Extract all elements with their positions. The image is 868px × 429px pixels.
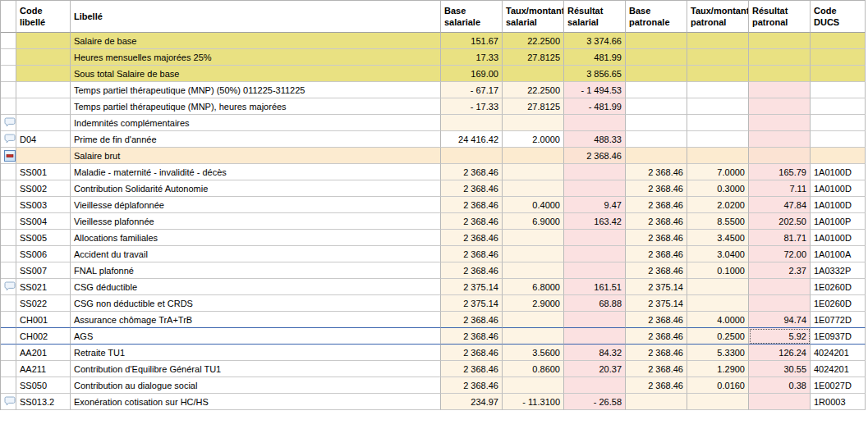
table-row[interactable]: Temps partiel thérapeutique (MNP), heure… — [1, 98, 866, 115]
cell-taux-salarial[interactable] — [503, 164, 564, 180]
cell-code-libelle[interactable] — [16, 148, 71, 164]
table-row[interactable]: SS022CSG non déductible et CRDS2 375.142… — [1, 295, 866, 312]
cell-resultat-salarial[interactable] — [564, 328, 626, 345]
cell-taux-patronal[interactable] — [687, 394, 749, 410]
cell-code-ducs[interactable] — [811, 148, 866, 164]
cell-taux-salarial[interactable]: 22.2500 — [503, 33, 564, 49]
cell-taux-salarial[interactable]: 6.9000 — [503, 213, 564, 230]
cell-base-salariale[interactable]: 2 368.46 — [441, 345, 503, 361]
cell-base-salariale[interactable]: 2 368.46 — [441, 262, 503, 279]
cell-base-patronale[interactable]: 2 368.46 — [626, 246, 687, 262]
table-row[interactable]: Heures mensuelles majorées 25%17.3327.81… — [1, 49, 866, 66]
row-indicator-cell[interactable] — [1, 131, 16, 148]
comment-bubble-icon[interactable] — [4, 396, 16, 407]
cell-resultat-patronal[interactable] — [749, 131, 811, 148]
cell-base-patronale[interactable] — [626, 394, 687, 410]
table-row[interactable]: AA201Retraite TU12 368.463.560084.322 36… — [1, 345, 866, 361]
cell-code-ducs[interactable]: 1E0027D — [811, 377, 866, 394]
cell-base-salariale[interactable]: 2 375.14 — [441, 279, 503, 295]
cell-code-libelle[interactable] — [16, 49, 71, 66]
cell-base-patronale[interactable] — [626, 33, 687, 49]
cell-resultat-patronal[interactable]: 202.50 — [749, 213, 811, 230]
cell-code-libelle[interactable]: CH002 — [16, 328, 71, 345]
cell-resultat-salarial[interactable]: 20.37 — [564, 361, 626, 377]
cell-code-libelle[interactable]: SS050 — [16, 377, 71, 394]
cell-taux-patronal[interactable]: 5.3300 — [687, 345, 749, 361]
cell-resultat-patronal[interactable] — [749, 394, 811, 410]
table-row[interactable]: SS006Accident du travail2 368.462 368.46… — [1, 246, 866, 262]
cell-code-ducs[interactable] — [811, 33, 866, 49]
cell-taux-patronal[interactable] — [687, 115, 749, 131]
cell-libelle[interactable]: Heures mensuelles majorées 25% — [71, 49, 441, 66]
cell-resultat-salarial[interactable] — [564, 312, 626, 328]
cell-base-salariale[interactable]: 2 368.46 — [441, 213, 503, 230]
cell-taux-salarial[interactable] — [503, 66, 564, 82]
cell-libelle[interactable]: FNAL plafonné — [71, 262, 441, 279]
cell-libelle[interactable]: Exonération cotisation sur HC/HS — [71, 394, 441, 410]
row-indicator-cell[interactable] — [1, 279, 16, 295]
cell-taux-salarial[interactable]: 27.8125 — [503, 98, 564, 115]
cell-taux-salarial[interactable] — [503, 148, 564, 164]
cell-resultat-patronal[interactable] — [749, 66, 811, 82]
cell-base-salariale[interactable]: 2 368.46 — [441, 230, 503, 246]
cell-code-ducs[interactable]: 1A0100D — [811, 230, 866, 246]
cell-code-ducs[interactable] — [811, 98, 866, 115]
cell-code-libelle[interactable] — [16, 33, 71, 49]
cell-base-patronale[interactable] — [626, 131, 687, 148]
cell-resultat-patronal[interactable] — [749, 98, 811, 115]
cell-taux-patronal[interactable]: 3.0400 — [687, 246, 749, 262]
cell-code-libelle[interactable]: AA201 — [16, 345, 71, 361]
cell-base-salariale[interactable]: 24 416.42 — [441, 131, 503, 148]
cell-resultat-salarial[interactable]: 9.47 — [564, 197, 626, 213]
cell-libelle[interactable]: CSG non déductible et CRDS — [71, 295, 441, 312]
cell-taux-salarial[interactable] — [503, 377, 564, 394]
cell-code-ducs[interactable]: 4024201 — [811, 361, 866, 377]
cell-base-patronale[interactable]: 2 368.46 — [626, 197, 687, 213]
cell-base-salariale[interactable] — [441, 148, 503, 164]
cell-taux-patronal[interactable] — [687, 66, 749, 82]
cell-taux-salarial[interactable] — [503, 230, 564, 246]
cell-resultat-salarial[interactable]: 3 856.65 — [564, 66, 626, 82]
cell-taux-salarial[interactable]: 0.8600 — [503, 361, 564, 377]
cell-base-patronale[interactable]: 2 368.46 — [626, 361, 687, 377]
cell-libelle[interactable]: Vieillesse plafonnée — [71, 213, 441, 230]
cell-taux-patronal[interactable] — [687, 82, 749, 98]
cell-libelle[interactable]: Temps partiel thérapeutique (MNP) (50%) … — [71, 82, 441, 98]
cell-resultat-patronal[interactable]: 5.92 — [749, 328, 811, 345]
cell-code-ducs[interactable]: 1A0332P — [811, 262, 866, 279]
table-row[interactable]: D04Prime de fin d'année24 416.422.000048… — [1, 131, 866, 148]
cell-code-libelle[interactable]: SS022 — [16, 295, 71, 312]
cell-taux-salarial[interactable]: - 11.3100 — [503, 394, 564, 410]
table-row[interactable]: CH001Assurance chômage TrA+TrB2 368.462 … — [1, 312, 866, 328]
cell-resultat-patronal[interactable]: 72.00 — [749, 246, 811, 262]
cell-code-ducs[interactable] — [811, 131, 866, 148]
cell-base-patronale[interactable]: 2 375.14 — [626, 295, 687, 312]
cell-libelle[interactable]: Prime de fin d'année — [71, 131, 441, 148]
cell-base-salariale[interactable]: 151.67 — [441, 33, 503, 49]
cell-code-ducs[interactable] — [811, 66, 866, 82]
table-row[interactable]: SS002Contribution Solidarité Autonomie2 … — [1, 180, 866, 197]
comment-bubble-icon[interactable] — [4, 281, 16, 292]
cell-taux-salarial[interactable]: 2.0000 — [503, 131, 564, 148]
cell-code-ducs[interactable] — [811, 49, 866, 66]
cell-base-patronale[interactable] — [626, 98, 687, 115]
cell-resultat-salarial[interactable] — [564, 246, 626, 262]
cell-resultat-patronal[interactable]: 0.38 — [749, 377, 811, 394]
row-indicator-cell[interactable] — [1, 115, 16, 131]
cell-taux-patronal[interactable] — [687, 49, 749, 66]
cell-taux-patronal[interactable] — [687, 98, 749, 115]
cell-resultat-salarial[interactable]: 2 368.46 — [564, 148, 626, 164]
cell-base-patronale[interactable]: 2 368.46 — [626, 164, 687, 180]
cell-resultat-patronal[interactable]: 2.37 — [749, 262, 811, 279]
table-row[interactable]: Salaire de base151.6722.25003 374.66 — [1, 33, 866, 49]
cell-libelle[interactable]: Contribution au dialogue social — [71, 377, 441, 394]
cell-base-patronale[interactable]: 2 375.14 — [626, 279, 687, 295]
cell-resultat-salarial[interactable]: 161.51 — [564, 279, 626, 295]
cell-base-patronale[interactable] — [626, 66, 687, 82]
cell-base-patronale[interactable] — [626, 49, 687, 66]
cell-code-libelle[interactable]: SS013.2 — [16, 394, 71, 410]
cell-libelle[interactable]: CSG déductible — [71, 279, 441, 295]
row-indicator-cell[interactable] — [1, 394, 16, 410]
cell-taux-patronal[interactable] — [687, 295, 749, 312]
cell-resultat-salarial[interactable] — [564, 230, 626, 246]
